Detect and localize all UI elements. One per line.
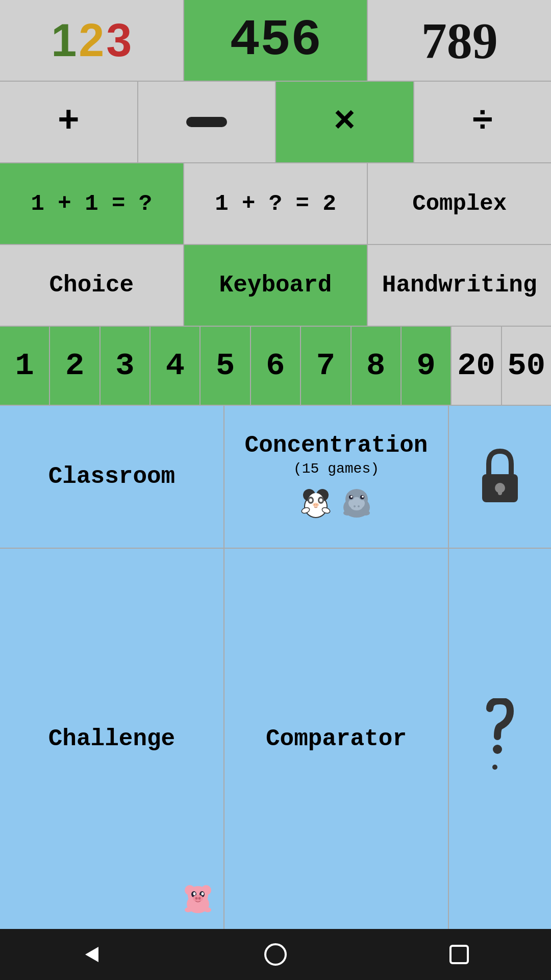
pig-mascot — [178, 876, 218, 924]
game-mode-row-1: Classroom Concentration (15 games) — [0, 406, 551, 549]
lock-icon — [474, 446, 525, 507]
hippo-icon — [336, 481, 377, 522]
navigation-bar — [0, 929, 551, 980]
svg-point-40 — [198, 897, 201, 900]
eq-find-result-button[interactable]: 1 + 1 = ? — [0, 163, 184, 244]
digit-2: 2 — [79, 14, 104, 67]
svg-point-9 — [314, 504, 315, 505]
operations-row: + × ÷ — [0, 82, 551, 163]
svg-point-38 — [193, 895, 203, 902]
concentration-button[interactable]: Concentration (15 games) — [224, 406, 449, 548]
back-icon — [79, 942, 105, 967]
mode-choice-label: Choice — [49, 272, 134, 299]
count-50-label: 50 — [508, 348, 545, 384]
svg-point-25 — [343, 510, 352, 516]
svg-point-36 — [193, 892, 196, 895]
op-divide-button[interactable]: ÷ — [414, 82, 552, 162]
back-button[interactable] — [74, 937, 110, 972]
svg-point-21 — [362, 496, 364, 498]
home-icon — [263, 942, 288, 967]
svg-point-10 — [316, 504, 317, 505]
count-3-button[interactable]: 3 — [101, 327, 151, 405]
range-789-label: 789 — [421, 11, 498, 70]
op-plus-button[interactable]: + — [0, 82, 138, 162]
count-50-button[interactable]: 50 — [502, 327, 551, 405]
count-1-label: 1 — [15, 348, 34, 384]
count-6-label: 6 — [266, 348, 285, 384]
eq-find-operand-label: 1 + ? = 2 — [215, 191, 336, 216]
count-2-label: 2 — [65, 348, 84, 384]
svg-point-7 — [319, 498, 322, 502]
comparator-button[interactable]: Comparator — [224, 549, 449, 929]
range-456-label: 456 — [230, 12, 321, 69]
svg-point-44 — [492, 765, 497, 770]
home-button[interactable] — [258, 937, 293, 972]
svg-point-46 — [265, 944, 286, 965]
count-3-label: 3 — [115, 348, 134, 384]
challenge-button[interactable]: Challenge — [0, 549, 224, 929]
eq-complex-button[interactable]: Complex — [368, 163, 551, 244]
mode-keyboard-button[interactable]: Keyboard — [184, 245, 368, 326]
challenge-label: Challenge — [48, 726, 175, 752]
op-multiply-symbol: × — [334, 101, 356, 143]
mode-choice-button[interactable]: Choice — [0, 245, 184, 326]
op-plus-symbol: + — [58, 101, 80, 143]
svg-point-8 — [313, 503, 319, 507]
count-20-label: 20 — [457, 348, 495, 384]
eq-find-operand-button[interactable]: 1 + ? = 2 — [184, 163, 368, 244]
svg-point-43 — [493, 745, 502, 754]
svg-point-23 — [354, 505, 356, 507]
svg-rect-47 — [450, 946, 468, 963]
op-minus-button[interactable] — [138, 82, 277, 162]
count-7-button[interactable]: 7 — [301, 327, 351, 405]
count-1-button[interactable]: 1 — [0, 327, 50, 405]
lock-panel[interactable] — [449, 406, 551, 548]
question-panel[interactable] — [449, 549, 551, 929]
svg-point-37 — [202, 892, 204, 895]
count-5-button[interactable]: 5 — [201, 327, 251, 405]
eq-complex-label: Complex — [412, 191, 507, 216]
concentration-sub-label: (15 games) — [293, 461, 379, 477]
svg-point-6 — [309, 498, 312, 502]
count-20-button[interactable]: 20 — [452, 327, 502, 405]
mode-keyboard-label: Keyboard — [219, 272, 332, 299]
number-count-row: 1 2 3 4 5 6 7 8 9 20 50 — [0, 327, 551, 406]
classroom-button[interactable]: Classroom — [0, 406, 224, 548]
recents-icon — [446, 942, 472, 967]
equation-mode-row: 1 + 1 = ? 1 + ? = 2 Complex — [0, 163, 551, 245]
svg-point-26 — [362, 510, 370, 516]
concentration-label: Concentration — [245, 432, 428, 459]
comparator-label: Comparator — [266, 726, 407, 752]
eq-find-result-label: 1 + 1 = ? — [31, 191, 153, 216]
count-4-button[interactable]: 4 — [151, 327, 201, 405]
op-divide-symbol: ÷ — [471, 101, 493, 143]
op-multiply-button[interactable]: × — [276, 82, 414, 162]
count-5-label: 5 — [216, 348, 235, 384]
range-456-button[interactable]: 456 — [184, 0, 368, 81]
panda-icon — [295, 481, 336, 522]
range-789-button[interactable]: 789 — [368, 0, 551, 81]
count-4-label: 4 — [166, 348, 185, 384]
op-minus-symbol — [186, 117, 227, 127]
svg-point-39 — [195, 897, 198, 900]
concentration-mascots — [295, 481, 377, 522]
count-9-button[interactable]: 9 — [402, 327, 452, 405]
question-mark-icon — [469, 698, 531, 780]
svg-rect-29 — [498, 488, 502, 495]
count-6-button[interactable]: 6 — [251, 327, 301, 405]
range-123-button[interactable]: 1 2 3 — [0, 0, 184, 81]
mode-handwriting-button[interactable]: Handwriting — [368, 245, 551, 326]
count-8-button[interactable]: 8 — [352, 327, 402, 405]
digit-1: 1 — [51, 14, 77, 67]
classroom-label: Classroom — [48, 463, 175, 490]
count-2-button[interactable]: 2 — [50, 327, 100, 405]
svg-point-24 — [358, 505, 360, 507]
svg-point-20 — [350, 496, 353, 498]
number-range-row: 1 2 3 456 789 — [0, 0, 551, 82]
count-8-label: 8 — [366, 348, 385, 384]
digit-3: 3 — [106, 14, 132, 67]
count-9-label: 9 — [416, 348, 435, 384]
count-7-label: 7 — [316, 348, 335, 384]
recents-button[interactable] — [441, 937, 477, 972]
svg-marker-45 — [85, 947, 98, 962]
